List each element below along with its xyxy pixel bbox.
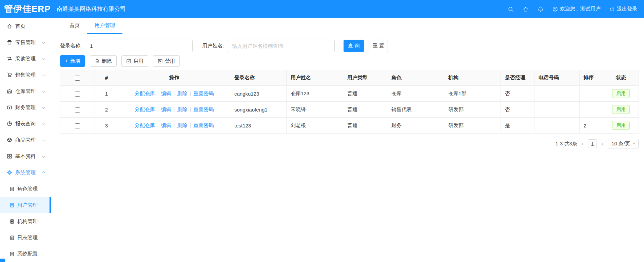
prev-page-button[interactable]: ‹: [581, 141, 585, 147]
reset-password-link[interactable]: 重置密码: [193, 106, 214, 112]
op-separator: |: [190, 106, 191, 112]
check-square-icon: [126, 59, 131, 64]
cell-organization: 研发部: [444, 102, 501, 118]
enable-button[interactable]: 启用: [121, 55, 148, 67]
cell-phone: [534, 102, 580, 118]
sidebar-collapse-trigger[interactable]: [0, 259, 5, 262]
tab-user-management[interactable]: 用户管理: [87, 18, 122, 34]
edit-link[interactable]: 编辑: [161, 106, 171, 112]
bell-icon[interactable]: [538, 6, 544, 12]
pagination-total: 1-3 共3条: [555, 141, 577, 147]
assign-warehouse-link[interactable]: 分配仓库: [135, 90, 155, 96]
sidebar-item-basic-data[interactable]: 基本资料: [0, 148, 51, 164]
cell-user-name: 宋晓锋: [287, 102, 343, 118]
chevron-down-icon: [42, 155, 45, 158]
sidebar-item-report[interactable]: 报表查询: [0, 116, 51, 132]
delete-button[interactable]: 删除: [90, 55, 117, 67]
power-icon: [609, 6, 615, 12]
chevron-down-icon: [42, 106, 45, 109]
cell-sort: 2: [580, 118, 603, 134]
table-row: 3 分配仓库|编辑|删除|重置密码 test123 刘老根 普通 财务 研发部 …: [60, 118, 639, 134]
cell-role: 销售代表: [387, 102, 444, 118]
page-content: 登录名称: 用户姓名: 查 询 重 置 + 新增 删除: [51, 34, 644, 148]
cell-login-name: cangku123: [230, 86, 287, 102]
sidebar-subitem-role[interactable]: 角色管理: [0, 181, 51, 197]
delete-link[interactable]: 删除: [177, 90, 187, 96]
edit-link[interactable]: 编辑: [161, 90, 171, 96]
login-name-input[interactable]: [86, 40, 193, 52]
reset-password-link[interactable]: 重置密码: [193, 122, 214, 128]
reset-password-link[interactable]: 重置密码: [193, 90, 214, 96]
tab-home[interactable]: 首页: [62, 18, 87, 34]
disable-button-label: 禁用: [165, 58, 175, 64]
cell-user-type: 普通: [343, 118, 387, 134]
cell-is-manager: 否: [501, 102, 534, 118]
sidebar-subitem-label: 用户管理: [17, 202, 38, 208]
filter-bar: 登录名称: 用户姓名: 查 询 重 置: [60, 40, 644, 52]
op-separator: |: [190, 122, 191, 128]
disable-button[interactable]: 禁用: [153, 55, 180, 67]
delete-link[interactable]: 删除: [177, 106, 187, 112]
cell-login-name: songxiaofeng1: [230, 102, 287, 118]
row-checkbox-cell: [60, 86, 95, 102]
reset-button[interactable]: 重 置: [369, 40, 388, 52]
row-checkbox[interactable]: [75, 123, 80, 128]
cart-icon: [7, 72, 12, 78]
sidebar-subitem-label: 日志管理: [17, 235, 38, 241]
op-separator: |: [174, 90, 175, 96]
status-badge[interactable]: 启用: [612, 105, 630, 114]
sidebar-item-retail[interactable]: 零售管理: [0, 34, 51, 51]
search-button[interactable]: 查 询: [344, 40, 364, 52]
cell-operations: 分配仓库|编辑|删除|重置密码: [118, 102, 230, 118]
sidebar-item-warehouse[interactable]: 仓库管理: [0, 83, 51, 99]
sidebar-item-finance[interactable]: 财务管理: [0, 99, 51, 116]
row-checkbox-cell: [60, 102, 95, 118]
sidebar-item-purchase[interactable]: 采购管理: [0, 51, 51, 67]
sidebar-item-label: 系统管理: [15, 169, 36, 176]
row-checkbox[interactable]: [75, 107, 80, 113]
chevron-up-icon: [42, 172, 45, 174]
add-button[interactable]: + 新增: [60, 55, 85, 67]
home-icon[interactable]: [523, 6, 529, 12]
select-all-cell: [60, 70, 95, 86]
select-all-checkbox[interactable]: [75, 76, 80, 81]
page-number[interactable]: 1: [588, 139, 597, 148]
sidebar-item-sales[interactable]: 销售管理: [0, 67, 51, 83]
sidebar-subitem-log[interactable]: 日志管理: [0, 229, 51, 246]
top-header: 管伊佳ERP 南通某某网络科技有限公司 欢迎您，测试用户 退出登录: [0, 0, 644, 18]
delete-link[interactable]: 删除: [177, 122, 187, 128]
app-logo: 管伊佳ERP: [0, 3, 51, 15]
assign-warehouse-link[interactable]: 分配仓库: [135, 106, 155, 112]
login-name-label: 登录名称:: [60, 43, 82, 49]
sidebar-subitem-config[interactable]: 系统配置: [0, 246, 51, 262]
welcome-user[interactable]: 欢迎您，测试用户: [552, 6, 601, 12]
op-separator: |: [157, 90, 159, 96]
sidebar-item-label: 销售管理: [15, 72, 36, 78]
sidebar-item-system[interactable]: 系统管理: [0, 164, 51, 181]
cell-status: 启用: [603, 118, 639, 134]
row-checkbox[interactable]: [75, 92, 80, 97]
sidebar-item-goods[interactable]: 商品管理: [0, 132, 51, 148]
next-page-button[interactable]: ›: [600, 141, 604, 147]
assign-warehouse-link[interactable]: 分配仓库: [135, 122, 155, 128]
sidebar-item-home[interactable]: 首页: [0, 18, 51, 34]
chevron-down-icon: [42, 74, 45, 76]
search-icon[interactable]: [508, 6, 514, 12]
sidebar-subitem-org[interactable]: 机构管理: [0, 213, 51, 229]
box-icon: [7, 137, 12, 143]
logout-button[interactable]: 退出登录: [609, 6, 637, 12]
cell-phone: [534, 86, 580, 102]
user-name-label: 用户姓名:: [202, 43, 224, 49]
cell-role: 仓库: [387, 86, 444, 102]
col-is-manager: 是否经理: [501, 70, 534, 86]
gear-icon: [7, 170, 12, 175]
pagination: 1-3 共3条 ‹ 1 › 10 条/页: [60, 139, 639, 148]
status-badge[interactable]: 启用: [612, 89, 630, 98]
edit-link[interactable]: 编辑: [161, 122, 171, 128]
page-size-select[interactable]: 10 条/页: [608, 139, 639, 148]
user-name-input[interactable]: [228, 40, 335, 52]
sidebar-subitem-user[interactable]: 用户管理: [0, 197, 51, 213]
table-header-row: # 操作 登录名称 用户姓名 用户类型 角色 机构 是否经理 电话号码 排序 状…: [60, 70, 639, 86]
status-badge[interactable]: 启用: [612, 121, 630, 130]
welcome-text: 欢迎您，测试用户: [560, 6, 601, 12]
